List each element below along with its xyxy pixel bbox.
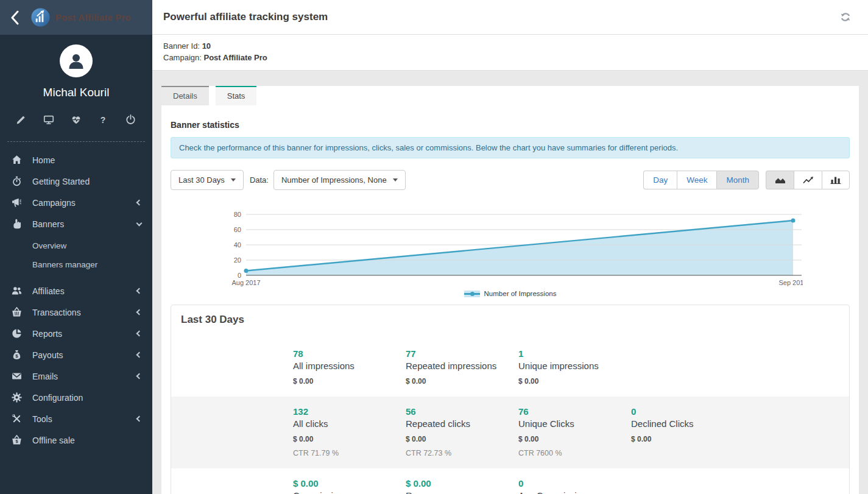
stat-value: 77 xyxy=(406,348,518,359)
basket-icon xyxy=(12,307,22,317)
sidebar-item-label: Reports xyxy=(32,329,137,339)
chart-type-line-button[interactable] xyxy=(794,171,822,189)
info-message: Check the performance of this banner for… xyxy=(171,137,850,158)
legend-label: Number of Impressions xyxy=(484,290,557,297)
sidebar-item-offline-sale[interactable]: $ Offline sale xyxy=(0,429,152,451)
chevron-left-icon xyxy=(136,288,143,294)
post-affiliate-pro-logo-icon xyxy=(30,7,51,27)
stat-money: $ 0.00 xyxy=(631,435,744,443)
stat-money: $ 0.00 xyxy=(293,435,406,443)
page-title: Powerful affiliate tracking system xyxy=(163,11,840,23)
stat-value: 0 xyxy=(631,406,744,417)
period-select[interactable]: Last 30 Days xyxy=(171,170,244,190)
logout-button[interactable] xyxy=(125,115,136,125)
controls-right: Day Week Month xyxy=(643,171,850,189)
stats-tab-panel: Banner statistics Check the performance … xyxy=(161,120,859,494)
svg-text:60: 60 xyxy=(233,226,241,233)
main-area: Powerful affiliate tracking system Banne… xyxy=(152,0,868,494)
sidebar-item-label: Transactions xyxy=(32,308,137,317)
stat-cell: 77 Repeated impressions $ 0.00 xyxy=(406,348,518,386)
sidebar-item-label: Getting Started xyxy=(32,177,141,186)
sidebar-nav: Home Getting Started Campaigns Banners O… xyxy=(0,146,152,451)
tab-bar: Details Stats xyxy=(161,86,859,105)
sidebar-item-emails[interactable]: Emails xyxy=(0,365,152,387)
stat-value: 56 xyxy=(406,406,518,417)
granularity-month-button[interactable]: Month xyxy=(716,171,759,189)
stat-label: All impressions xyxy=(293,361,406,371)
stat-cell: 56 Repeated clicks $ 0.00 CTR 72.73 % xyxy=(406,406,518,457)
user-profile: Michal Kouril xyxy=(0,35,152,99)
sidebar-item-label: Tools xyxy=(32,414,137,424)
collapse-sidebar-button[interactable] xyxy=(10,10,21,25)
refresh-icon xyxy=(840,12,851,23)
stat-label: Repeated clicks xyxy=(406,418,518,429)
granularity-day-button[interactable]: Day xyxy=(643,171,677,189)
data-series-select[interactable]: Number of Impressions, None xyxy=(273,170,406,190)
tab-details[interactable]: Details xyxy=(161,86,209,105)
sidebar-item-label: Payouts xyxy=(32,350,137,360)
granularity-group: Day Week Month xyxy=(643,171,759,189)
summary-title: Last 30 Days xyxy=(171,305,849,331)
sidebar-item-payouts[interactable]: $ Payouts xyxy=(0,344,152,365)
stat-label: Declined Clicks xyxy=(631,418,744,429)
stat-label: Revenue xyxy=(406,490,518,494)
sidebar-item-label: Banners xyxy=(32,219,137,229)
area-chart: 020406080 Aug 2017Sep 2017 xyxy=(218,208,803,289)
stat-label: Avg Commission xyxy=(518,490,631,494)
sidebar-item-banners[interactable]: Banners xyxy=(0,213,152,235)
sidebar-item-tools[interactable]: Tools xyxy=(0,408,152,429)
svg-text:20: 20 xyxy=(233,256,241,264)
stat-value: 132 xyxy=(293,406,406,417)
stat-money: $ 0.00 xyxy=(406,435,518,443)
stat-value: 76 xyxy=(518,406,631,417)
summary-panel: Last 30 Days 78 All impressions $ 0.00 7… xyxy=(171,305,850,494)
home-icon xyxy=(12,155,22,165)
sale-basket-icon: $ xyxy=(12,435,22,445)
svg-text:40: 40 xyxy=(233,241,241,249)
chart-type-bar-button[interactable] xyxy=(822,171,850,189)
sidebar-item-affiliates[interactable]: Affiliates xyxy=(0,280,152,302)
gear-icon xyxy=(12,392,22,403)
brand-logo[interactable]: Post Affiliate Pro xyxy=(30,7,131,27)
sidebar-item-home[interactable]: Home xyxy=(0,149,152,171)
power-icon xyxy=(125,115,136,125)
stat-ctr: CTR 7600 % xyxy=(518,449,631,457)
refresh-button[interactable] xyxy=(840,12,851,23)
hand-pointer-icon xyxy=(12,219,22,229)
summary-row-impressions: 78 All impressions $ 0.00 77 Repeated im… xyxy=(171,339,849,397)
sidebar-item-configuration[interactable]: Configuration xyxy=(0,387,152,408)
chart-type-area-button[interactable] xyxy=(766,171,794,189)
chart-legend[interactable]: Number of Impressions xyxy=(171,290,850,297)
edit-profile-button[interactable] xyxy=(16,115,27,125)
sidebar-subitem-banners-manager[interactable]: Banners manager xyxy=(0,255,152,274)
sidebar-item-label: Offline sale xyxy=(32,436,141,445)
tab-stats[interactable]: Stats xyxy=(216,86,257,105)
chevron-left-icon xyxy=(136,200,143,206)
caret-down-icon xyxy=(393,178,398,182)
period-select-value: Last 30 Days xyxy=(178,175,225,185)
megaphone-icon xyxy=(12,197,22,208)
sidebar-item-reports[interactable]: Reports xyxy=(0,323,152,344)
summary-row-commissions: $ 0.00 Commissions $ 0.00 Revenue 0 Avg … xyxy=(171,468,849,494)
sidebar-divider xyxy=(7,141,145,142)
granularity-week-button[interactable]: Week xyxy=(677,171,716,189)
help-button[interactable]: ? xyxy=(98,115,109,125)
person-icon xyxy=(66,51,86,71)
stat-value: 78 xyxy=(293,348,406,359)
screen-sharing-button[interactable] xyxy=(43,115,54,125)
stat-label: Repeated impressions xyxy=(406,361,518,371)
chart-controls: Last 30 Days Data: Number of Impressions… xyxy=(171,170,850,190)
envelope-icon xyxy=(12,371,22,381)
sidebar-item-campaigns[interactable]: Campaigns xyxy=(0,192,152,213)
banner-id-value: 10 xyxy=(202,41,211,51)
sidebar-subitem-overview[interactable]: Overview xyxy=(0,236,152,255)
svg-text:0: 0 xyxy=(237,272,241,279)
sidebar-item-label: Home xyxy=(32,155,141,165)
sidebar-item-getting-started[interactable]: Getting Started xyxy=(0,171,152,192)
stat-cell: 1 Unique impressions $ 0.00 xyxy=(518,348,631,386)
svg-text:Sep 2017: Sep 2017 xyxy=(778,279,803,286)
content-card: Details Stats Banner statistics Check th… xyxy=(161,86,859,494)
pie-chart-icon xyxy=(12,328,22,339)
system-health-button[interactable] xyxy=(71,115,82,125)
sidebar-item-transactions[interactable]: Transactions xyxy=(0,302,152,323)
